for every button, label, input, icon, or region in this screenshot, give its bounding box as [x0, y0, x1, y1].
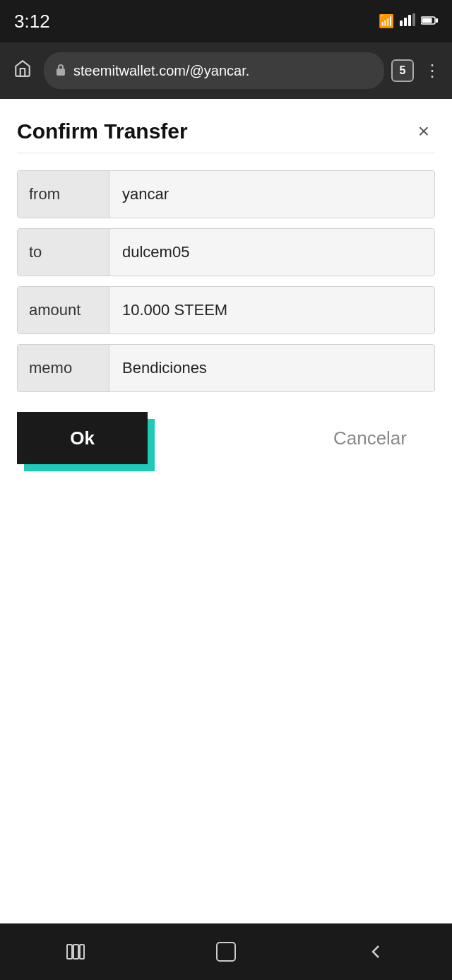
from-label: from: [18, 171, 109, 218]
svg-rect-1: [404, 18, 407, 26]
battery-icon: [421, 14, 438, 29]
ok-button[interactable]: Ok: [17, 412, 148, 464]
svg-rect-3: [412, 13, 415, 26]
nav-recent-button[interactable]: [54, 942, 97, 962]
svg-rect-8: [67, 945, 72, 959]
modal-title: Confirm Transfer: [17, 119, 188, 143]
close-button[interactable]: ×: [412, 119, 435, 144]
memo-field-row: memo Bendiciones: [17, 344, 435, 392]
browser-bar: steemitwallet.com/@yancar. 5 ⋮: [0, 42, 452, 99]
signal-icon: [400, 13, 415, 30]
nav-back-button[interactable]: [355, 943, 398, 960]
bottom-navigation: [0, 923, 452, 980]
url-text: steemitwallet.com/@yancar.: [73, 63, 373, 79]
svg-rect-7: [56, 69, 65, 76]
amount-value: 10.000 STEEM: [109, 287, 434, 333]
lock-icon: [55, 63, 66, 78]
buttons-row: Ok Cancelar: [17, 412, 435, 478]
svg-rect-9: [73, 945, 78, 959]
modal-header: Confirm Transfer ×: [17, 119, 435, 144]
content-area: Confirm Transfer × from yancar to dulcem…: [0, 99, 452, 923]
header-divider: [17, 153, 435, 153]
nav-home-button[interactable]: [205, 942, 247, 962]
status-time: 3:12: [14, 11, 50, 33]
browser-menu-button[interactable]: ⋮: [421, 61, 444, 81]
svg-rect-2: [408, 15, 411, 26]
tab-count-badge[interactable]: 5: [391, 59, 414, 82]
amount-field-row: amount 10.000 STEEM: [17, 286, 435, 334]
url-bar[interactable]: steemitwallet.com/@yancar.: [44, 52, 384, 89]
memo-value: Bendiciones: [109, 345, 434, 391]
svg-rect-10: [80, 945, 84, 959]
to-field-row: to dulcem05: [17, 228, 435, 276]
empty-space: [0, 478, 452, 923]
nav-home-square-icon: [216, 942, 236, 962]
to-value: dulcem05: [109, 229, 434, 276]
wifi-icon: 📶: [379, 13, 394, 29]
status-icons: 📶: [379, 13, 438, 30]
svg-rect-6: [422, 18, 432, 23]
confirm-transfer-modal: Confirm Transfer × from yancar to dulcem…: [0, 99, 452, 478]
from-field-row: from yancar: [17, 170, 435, 218]
memo-label: memo: [18, 345, 109, 391]
from-value: yancar: [109, 171, 434, 218]
status-bar: 3:12 📶: [0, 0, 452, 42]
cancel-button[interactable]: Cancelar: [333, 427, 407, 449]
browser-home-button[interactable]: [8, 59, 37, 82]
to-label: to: [18, 229, 109, 276]
svg-rect-5: [436, 18, 438, 23]
amount-label: amount: [18, 287, 109, 333]
svg-rect-0: [400, 20, 403, 26]
